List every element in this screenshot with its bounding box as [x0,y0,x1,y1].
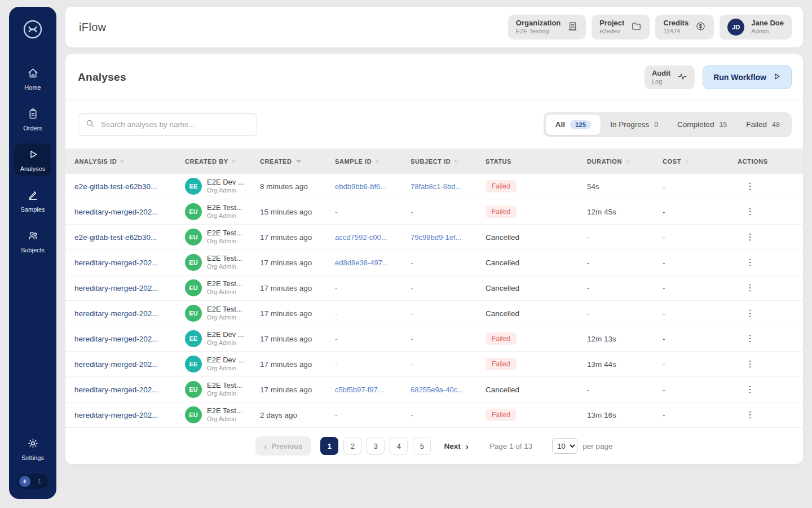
table-toolbar: All 125 In Progress 0 Completed 15 Faile… [65,100,803,148]
column-header-created-by[interactable]: CREATED BY↑↓ [185,158,260,165]
creator-role: Org Admin [207,187,244,195]
subject-id-link[interactable]: 68255e9a-40c... [411,386,464,394]
dark-mode-moon-icon[interactable]: ☾ [35,478,46,485]
page-button-1[interactable]: 1 [320,437,338,455]
table-row: hereditary-merged-202... EU E2E Test... … [65,402,803,428]
analysis-id-link[interactable]: hereditary-merged-202... [74,259,179,267]
sample-id-link[interactable]: - [335,309,337,318]
sample-id-link[interactable]: - [335,335,337,343]
samples-icon [27,189,39,203]
subject-id-link[interactable]: - [411,259,413,267]
page-title: Analyses [78,71,126,84]
theme-toggle[interactable]: ☀ ☾ [17,474,48,489]
analysis-id-link[interactable]: hereditary-merged-202... [74,284,179,292]
creator-role: Org Admin [207,390,242,398]
creator-name: E2E Dev ... [207,178,244,187]
column-header-subject-id[interactable]: SUBJECT ID↑↓ [411,158,486,165]
row-actions-kebab-button[interactable]: ⋮ [738,309,754,318]
subject-id-link[interactable]: - [411,360,413,369]
sort-icon[interactable]: ↑↓ [120,159,124,164]
sidebar-item-home[interactable]: Home [14,62,51,95]
sample-id-link[interactable]: ebdb9bb6-bf6... [335,182,386,191]
project-selector[interactable]: Project e2edev [592,15,650,40]
filter-tab-failed[interactable]: Failed 48 [736,115,789,135]
column-header-cost[interactable]: COST↑↓ [663,158,738,165]
status-badge: Cancelled [486,309,519,318]
status-badge: Cancelled [486,259,519,267]
table-row: hereditary-merged-202... EU E2E Test... … [65,377,803,402]
sidebar-item-subjects[interactable]: Subjects [14,225,51,257]
sample-id-link[interactable]: accd7592-c00... [335,233,387,242]
sample-id-link[interactable]: - [335,208,337,216]
subject-id-link[interactable]: - [411,309,413,318]
subject-id-link[interactable]: 78fab8c1-6bd... [411,182,461,191]
sample-id-link[interactable]: ed8d9e38-497... [335,259,389,267]
sample-id-link[interactable]: - [335,360,337,369]
table-row: hereditary-merged-202... EE E2E Dev ... … [65,352,803,377]
duration-cell: - [587,386,663,394]
sample-id-link[interactable]: c5bf5b97-f97... [335,386,384,394]
sidebar-item-orders[interactable]: Orders [14,103,51,135]
search-box[interactable] [78,113,257,136]
row-actions-kebab-button[interactable]: ⋮ [738,283,754,292]
status-badge: Failed [486,180,517,192]
column-header-sample-id[interactable]: SAMPLE ID↑↓ [335,158,411,165]
filter-tab-completed[interactable]: Completed 15 [668,115,736,135]
sort-icon[interactable]: ↑↓ [454,159,458,164]
analysis-id-link[interactable]: hereditary-merged-202... [74,386,179,394]
sample-id-link[interactable]: - [335,284,337,292]
row-actions-kebab-button[interactable]: ⋮ [738,360,754,369]
analysis-id-link[interactable]: hereditary-merged-202... [74,411,179,419]
page-button-3[interactable]: 3 [367,437,385,455]
subject-id-link[interactable]: - [411,411,413,419]
column-header-duration[interactable]: DURATION↑↓ [587,158,663,165]
sample-id-link[interactable]: - [335,411,337,419]
sidebar-item-samples[interactable]: Samples [14,184,51,217]
sort-icon[interactable]: ↑↓ [375,159,379,164]
page-button-4[interactable]: 4 [390,437,408,455]
analysis-id-link[interactable]: hereditary-merged-202... [74,208,179,216]
page-button-2[interactable]: 2 [343,437,361,455]
row-actions-kebab-button[interactable]: ⋮ [738,385,754,394]
row-actions-kebab-button[interactable]: ⋮ [738,233,754,242]
subject-id-link[interactable]: - [411,335,413,343]
play-icon [773,72,781,82]
analyses-icon [27,148,39,163]
subject-id-link[interactable]: 79c98bd9-1ef... [411,233,461,242]
filter-tab-all[interactable]: All 125 [546,115,601,135]
row-actions-kebab-button[interactable]: ⋮ [738,182,754,191]
run-workflow-button[interactable]: Run Workflow [703,65,792,89]
analysis-id-link[interactable]: hereditary-merged-202... [74,309,179,318]
row-actions-kebab-button[interactable]: ⋮ [738,207,754,216]
light-mode-sun-icon[interactable]: ☀ [19,476,30,487]
sort-icon[interactable]: ↑↓ [232,159,236,164]
creator-name: E2E Test... [207,203,242,212]
analysis-id-link[interactable]: e2e-gitlab-test-e62b30... [74,233,179,242]
analysis-id-link[interactable]: hereditary-merged-202... [74,360,179,369]
analysis-id-link[interactable]: e2e-gitlab-test-e62b30... [74,182,179,191]
column-header-created[interactable]: CREATED [260,158,335,165]
sort-icon[interactable]: ↑↓ [685,159,689,164]
per-page-select[interactable]: 10 [552,438,577,454]
subject-id-link[interactable]: - [411,284,413,292]
next-page-button[interactable]: Next › [440,441,471,451]
organization-selector[interactable]: Organization E2E Testing [508,15,586,40]
table-row: hereditary-merged-202... EE E2E Dev ... … [65,326,803,352]
subject-id-link[interactable]: - [411,208,413,216]
row-actions-kebab-button[interactable]: ⋮ [738,258,754,267]
user-menu[interactable]: JD Jane Doe Admin [720,15,792,40]
row-actions-kebab-button[interactable]: ⋮ [738,334,754,343]
credits-display[interactable]: Credits 11474 [655,15,714,40]
sidebar-item-settings[interactable]: Settings [14,432,51,465]
previous-page-button[interactable]: ‹ Previous [255,436,311,456]
audit-log-button[interactable]: Audit Log [645,65,695,89]
search-input[interactable] [100,120,250,129]
sidebar-item-analyses[interactable]: Analyses [14,143,51,176]
analysis-id-link[interactable]: hereditary-merged-202... [74,335,179,343]
sort-icon[interactable]: ↑↓ [625,159,629,164]
column-header-analysis-id[interactable]: ANALYSIS ID↑↓ [74,158,185,165]
filter-tab-in-progress[interactable]: In Progress 0 [601,115,668,135]
chevron-down-icon[interactable] [295,158,302,164]
page-button-5[interactable]: 5 [413,437,431,455]
row-actions-kebab-button[interactable]: ⋮ [738,410,754,419]
